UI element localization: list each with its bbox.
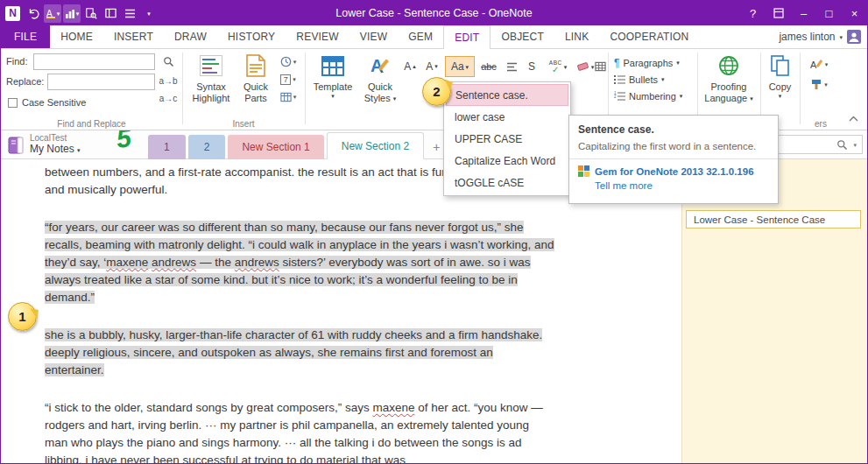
strikethrough-button[interactable]: abc — [476, 56, 501, 77]
tab-insert[interactable]: INSERT — [103, 25, 164, 48]
copy-button[interactable]: Copy ▾ — [763, 52, 797, 99]
page-canvas[interactable]: between numbers, and a first-rate accomp… — [1, 159, 681, 463]
grow-font-button[interactable]: A▴ — [399, 56, 420, 77]
menu-item-toggle-case[interactable]: tOGGLE cASE — [446, 172, 568, 193]
template-icon — [321, 52, 344, 80]
notebook-panel-icon[interactable] — [102, 4, 119, 23]
template-button[interactable]: Template ▾ — [309, 52, 356, 99]
format-brush-button[interactable]: ▾ — [803, 75, 835, 93]
ribbon-display-options-icon[interactable] — [766, 1, 791, 25]
menu-item-sentence-case[interactable]: Sentence case. — [446, 84, 568, 106]
proofing-language-button[interactable]: Proofing Language▾ — [702, 52, 756, 104]
insert-date-button[interactable]: 7 ▾ — [275, 71, 301, 88]
highlight-tool-icon[interactable]: A ▾ — [44, 4, 61, 23]
line-spacing-button[interactable] — [501, 56, 522, 77]
tell-me-more-link[interactable]: Tell me more — [595, 180, 769, 191]
user-name: james linton — [779, 31, 835, 43]
insert-table-button[interactable]: ▾ — [275, 88, 301, 105]
template-label: Template — [314, 81, 353, 93]
sentence-case-tooltip: Sentence case. Capitalizing the first wo… — [568, 115, 779, 204]
paragraphs-label: Paragraphs — [623, 58, 673, 68]
tab-link[interactable]: LINK — [554, 25, 599, 48]
gem-version-link[interactable]: Gem for OneNote 2013 32.1.0.196 — [595, 166, 754, 177]
window-controls: ? – □ × — [740, 1, 867, 25]
numbering-button[interactable]: 12 Numbering ▾ — [614, 88, 682, 103]
section-tab-2[interactable]: 2 — [188, 135, 226, 159]
window-title: Lower Case - Sentence Case - OneNote — [335, 7, 532, 19]
qat-customize-icon[interactable]: ▾ — [140, 4, 158, 23]
quick-styles-icon: A — [369, 52, 392, 80]
tab-review[interactable]: REVIEW — [286, 25, 349, 48]
chevron-down-icon: ▾ — [331, 93, 335, 99]
find-input[interactable] — [33, 53, 155, 70]
tab-history[interactable]: HISTORY — [217, 25, 286, 48]
callout-step-2: 2 — [422, 77, 451, 106]
tab-edit[interactable]: EDIT — [443, 25, 490, 49]
syntax-label-1: Syntax — [196, 81, 226, 93]
list-tool-icon[interactable] — [121, 4, 138, 23]
clock-icon — [280, 56, 292, 67]
help-button[interactable]: ? — [740, 1, 766, 25]
paragraph-4-text: “i stick to the older, standard songs by… — [45, 401, 543, 463]
quick-styles-button[interactable]: A Quick Styles▾ — [358, 52, 402, 104]
onenote-logo-icon[interactable]: N — [5, 6, 20, 21]
quick-access-toolbar: N A ▾ ▾ ▾ — [1, 1, 159, 25]
page-tab-lower-case-sentence-case[interactable]: Lower Case - Sentence Case — [686, 210, 861, 228]
chevron-down-icon: ▾ — [147, 11, 151, 17]
quick-parts-button[interactable]: Quick Parts — [236, 52, 275, 104]
replace-all-button[interactable]: a→c — [158, 90, 179, 107]
maximize-button[interactable]: □ — [816, 1, 842, 25]
menu-item-lower-case[interactable]: lower case — [446, 106, 568, 128]
change-case-button[interactable]: Aa ▾ — [445, 56, 475, 77]
menu-item-upper-case[interactable]: UPPER CASE — [446, 128, 568, 150]
tab-file[interactable]: FILE — [1, 25, 50, 48]
collapse-ribbon-button[interactable] — [849, 109, 858, 125]
tab-draw[interactable]: DRAW — [164, 25, 217, 48]
tab-object[interactable]: OBJECT — [490, 25, 554, 48]
insert-time-button[interactable]: ▾ — [275, 53, 301, 70]
chart-tool-icon[interactable]: ▾ — [63, 4, 81, 23]
onenote-window: N A ▾ ▾ ▾ Lower — [0, 0, 868, 464]
paragraph-3-selected-text: she is a bubbly, husky, larger-than-life… — [45, 328, 542, 376]
section-tab-new-section-2[interactable]: New Section 2 — [327, 132, 424, 159]
tab-view[interactable]: VIEW — [349, 25, 398, 48]
search-icon[interactable] — [834, 139, 850, 151]
minimize-button[interactable]: – — [791, 1, 816, 25]
chevron-down-icon: ▾ — [293, 76, 296, 82]
undo-icon[interactable] — [25, 4, 42, 23]
notebook-switcher[interactable]: LocalTest My Notes ▾ — [30, 132, 81, 155]
notebook-icon[interactable] — [8, 137, 25, 158]
format-pen-button[interactable]: A ▾ — [803, 55, 835, 73]
tab-home[interactable]: HOME — [50, 25, 103, 48]
close-button[interactable]: × — [842, 1, 867, 25]
paragraph-2-selected-text: “for years, our career was so different … — [45, 221, 554, 304]
replace-input[interactable] — [47, 74, 155, 90]
section-tab-1[interactable]: 1 — [148, 135, 186, 159]
user-account[interactable]: james linton ▾ — [779, 25, 867, 48]
grid-toggle-button[interactable] — [593, 56, 607, 77]
chevron-down-icon: ▾ — [293, 94, 297, 100]
case-sensitive-checkbox[interactable] — [8, 98, 18, 108]
replace-one-button[interactable]: a→b — [158, 73, 179, 89]
paragraph-2[interactable]: “for years, our career was so different … — [45, 219, 555, 306]
spell-check-button[interactable]: ABC ✓ ▾ — [542, 56, 574, 77]
menu-item-capitalize-each-word[interactable]: Capitalize Each Word — [446, 150, 568, 172]
svg-text:A: A — [810, 60, 817, 70]
copy-label: Copy — [769, 81, 792, 93]
shrink-font-button[interactable]: A▾ — [421, 56, 442, 77]
chevron-up-icon — [849, 116, 858, 122]
case-sensitive-option[interactable]: Case Sensitive — [8, 97, 86, 108]
syntax-highlight-button[interactable]: Syntax Highlight — [187, 52, 235, 104]
bullets-button[interactable]: Bullets ▾ — [614, 72, 665, 87]
tab-cooperation[interactable]: COOPERATION — [599, 25, 699, 48]
find-search-button[interactable] — [158, 53, 179, 71]
tab-gem[interactable]: GEM — [398, 25, 443, 48]
paragraphs-button[interactable]: ¶ Paragraphs ▾ — [614, 55, 680, 70]
section-tab-new-section-1[interactable]: New Section 1 — [228, 135, 323, 159]
search-scope-dropdown[interactable]: ▾ — [850, 142, 862, 148]
paragraph-3[interactable]: she is a bubbly, husky, larger-than-life… — [45, 327, 555, 379]
paragraph-4[interactable]: “i stick to the older, standard songs by… — [45, 399, 555, 463]
style-s-button[interactable]: S — [523, 56, 540, 77]
search-document-icon[interactable] — [82, 4, 100, 23]
chevron-down-icon: ▾ — [750, 95, 753, 102]
